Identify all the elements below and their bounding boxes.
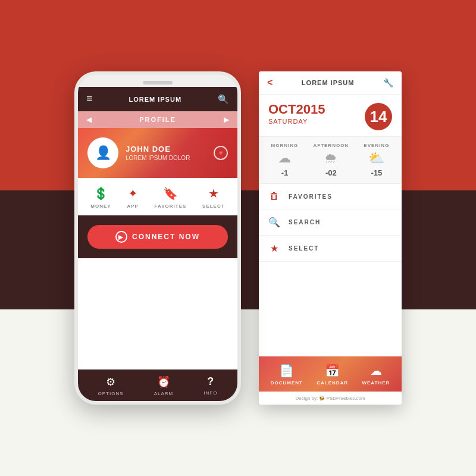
puzzle-icon: ✦ (128, 186, 138, 201)
weather-cloud-icon: ☁ (370, 364, 382, 378)
evening-weather: EVENING ⛅ -15 (364, 143, 389, 177)
connect-now-button[interactable]: ▶ CONNECT NOW (87, 225, 228, 249)
second-screen: < LOREM IPSUM 🔧 OCT2015 SATURDAY 14 MORN… (259, 71, 402, 405)
phone-mockup: ≡ LOREM IPSUM 🔍 ◀ PROFILE ▶ 👤 JOHN DOE L… (74, 71, 241, 405)
star-list-icon: ★ (268, 243, 280, 254)
dollar-icon: 💲 (93, 186, 108, 201)
profile-nav: ◀ PROFILE ▶ (78, 111, 237, 128)
share-icon[interactable]: < (267, 77, 273, 88)
calendar-tab[interactable]: 📅 CALENDAR (317, 364, 348, 386)
connect-area: ▶ CONNECT NOW (78, 215, 237, 258)
select-list-item[interactable]: ★ SELECT (259, 236, 402, 262)
ss-footer: Design by: 🐝 PSDFreebies.com (259, 392, 402, 405)
app-menu-item[interactable]: ✦ APP (127, 186, 138, 209)
phone-bottom-nav: ⚙ OPTIONS ⏰ ALARM ? INFO (78, 369, 237, 401)
search-icon[interactable]: 🔍 (218, 94, 229, 105)
profile-nav-label: PROFILE (139, 116, 176, 123)
phone-speaker (143, 81, 173, 84)
info-nav-item[interactable]: ? INFO (203, 375, 217, 396)
wrench-icon[interactable]: 🔧 (383, 78, 393, 87)
profile-info: JOHN DOE LOREM IPSUM DOLOR (126, 145, 206, 161)
avatar: 👤 (87, 137, 118, 168)
alarm-label: ALARM (154, 391, 174, 396)
phone-screen: ≡ LOREM IPSUM 🔍 ◀ PROFILE ▶ 👤 JOHN DOE L… (78, 87, 237, 401)
ss-date-left: OCT2015 SATURDAY (268, 103, 325, 125)
heart-icon: ♥ (218, 149, 223, 157)
money-menu-item[interactable]: 💲 MONEY (90, 186, 111, 209)
star-icon: ★ (208, 186, 219, 201)
profile-subtitle: LOREM IPSUM DOLOR (126, 155, 206, 161)
app-label: APP (127, 203, 138, 209)
morning-cloud-icon: ☁ (278, 151, 291, 166)
evening-cloud-sun-icon: ⛅ (368, 151, 384, 166)
play-icon: ▶ (115, 231, 127, 243)
profile-right-arrow[interactable]: ▶ (224, 115, 229, 124)
afternoon-rain-icon: 🌧 (324, 151, 337, 166)
search-menu-label: SEARCH (289, 219, 321, 226)
select-menu-item[interactable]: ★ SELECT (202, 186, 225, 209)
options-label: OPTIONS (98, 391, 124, 396)
morning-temp: -1 (281, 168, 289, 177)
weather-tab[interactable]: ☁ WEATHER (362, 364, 390, 386)
favorites-menu-label: FAVORITES (289, 193, 333, 200)
favorites-list-item[interactable]: 🗑 FAVORITES (259, 184, 402, 209)
heart-button[interactable]: ♥ (214, 146, 228, 160)
document-icon: 📄 (279, 364, 294, 378)
month-year: OCT2015 (268, 103, 325, 116)
favorites-menu-item[interactable]: 🔖 FAVORITES (155, 186, 187, 209)
afternoon-label: AFTERNOON (313, 143, 349, 148)
document-tab[interactable]: 📄 DOCUMENT (271, 364, 303, 386)
calendar-tab-label: CALENDAR (317, 380, 348, 386)
phone-spacer (78, 258, 237, 369)
search-list-icon: 🔍 (268, 217, 280, 228)
hamburger-icon[interactable]: ≡ (86, 93, 93, 105)
profile-left-arrow[interactable]: ◀ (86, 115, 92, 124)
document-tab-label: DOCUMENT (271, 380, 303, 386)
ss-menu-list: 🗑 FAVORITES 🔍 SEARCH ★ SELECT (259, 184, 402, 262)
favorites-label: FAVORITES (155, 203, 187, 209)
select-label: SELECT (202, 203, 225, 209)
info-label: INFO (203, 390, 217, 396)
search-list-item[interactable]: 🔍 SEARCH (259, 209, 402, 236)
phone-title: LOREM IPSUM (129, 96, 181, 103)
bookmark-icon: 🔖 (163, 186, 178, 201)
day-name: SATURDAY (268, 118, 325, 125)
weather-tab-label: WEATHER (362, 380, 390, 386)
afternoon-weather: AFTERNOON 🌧 -02 (313, 143, 349, 177)
afternoon-temp: -02 (325, 168, 337, 177)
calendar-icon: 📅 (325, 364, 340, 378)
info-icon: ? (207, 375, 214, 388)
connect-now-label: CONNECT NOW (132, 233, 200, 241)
profile-name: JOHN DOE (126, 145, 206, 154)
trash-icon: 🗑 (268, 191, 280, 202)
ss-bottom-tabs: 📄 DOCUMENT 📅 CALENDAR ☁ WEATHER (259, 356, 402, 392)
options-nav-item[interactable]: ⚙ OPTIONS (98, 375, 124, 396)
icon-menu: 💲 MONEY ✦ APP 🔖 FAVORITES ★ SELECT (78, 178, 237, 215)
money-label: MONEY (90, 203, 111, 209)
morning-weather: MORNING ☁ -1 (271, 143, 299, 177)
ss-header: < LOREM IPSUM 🔧 (259, 71, 402, 95)
main-container: ≡ LOREM IPSUM 🔍 ◀ PROFILE ▶ 👤 JOHN DOE L… (0, 0, 476, 476)
ss-date: OCT2015 SATURDAY 14 (259, 95, 402, 136)
phone-header: ≡ LOREM IPSUM 🔍 (78, 87, 237, 111)
gear-icon: ⚙ (106, 375, 115, 389)
profile-section: 👤 JOHN DOE LOREM IPSUM DOLOR ♥ (78, 128, 237, 178)
evening-label: EVENING (364, 143, 389, 148)
user-icon: 👤 (95, 145, 111, 161)
footer-text: Design by: 🐝 PSDFreebies.com (295, 396, 365, 401)
select-menu-label: SELECT (289, 245, 319, 252)
alarm-icon: ⏰ (157, 375, 170, 389)
ss-weather: MORNING ☁ -1 AFTERNOON 🌧 -02 EVENING ⛅ -… (259, 136, 402, 184)
day-number-badge: 14 (365, 103, 392, 130)
ss-title: LOREM IPSUM (302, 79, 355, 86)
alarm-nav-item[interactable]: ⏰ ALARM (154, 375, 174, 396)
evening-temp: -15 (371, 168, 382, 177)
morning-label: MORNING (271, 143, 299, 148)
